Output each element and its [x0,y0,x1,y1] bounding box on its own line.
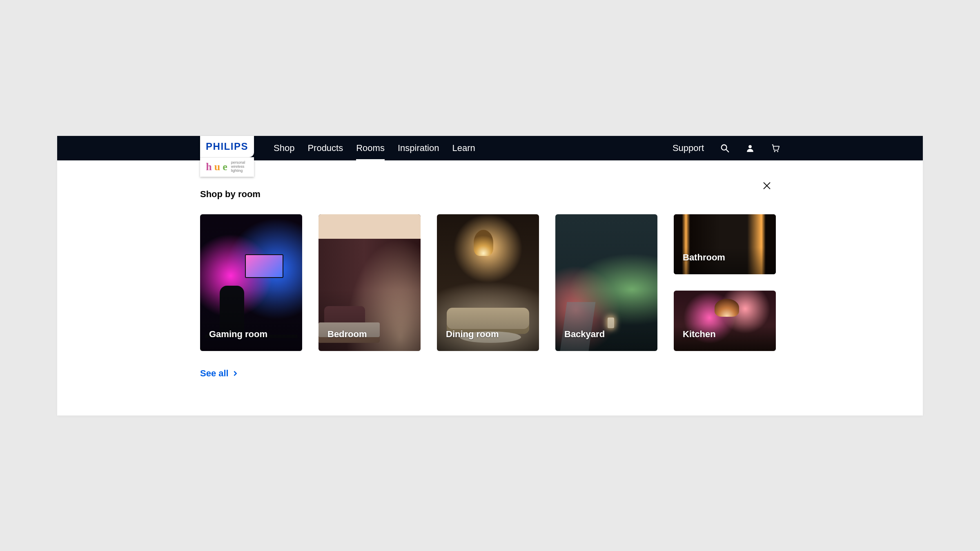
room-card-col5: Bathroom Kitchen [674,214,776,351]
rooms-dropdown-panel: Shop by room Gaming room Bedroom [57,160,923,415]
primary-nav: Shop Products Rooms Inspiration Learn [274,136,475,160]
room-card-dining[interactable]: Dining room [437,214,539,351]
hue-tagline: personal wireless lighting [231,161,248,173]
nav-rooms[interactable]: Rooms [356,136,385,160]
search-icon[interactable] [720,144,729,153]
see-all-link[interactable]: See all [200,368,238,379]
nav-inspiration[interactable]: Inspiration [398,136,439,160]
room-card-backyard[interactable]: Backyard [555,214,657,351]
room-card-bedroom[interactable]: Bedroom [318,214,421,351]
panel-title: Shop by room [200,189,780,200]
philips-text: PHILIPS [206,141,248,152]
svg-line-1 [726,149,728,152]
room-label: Bathroom [674,252,734,274]
svg-point-4 [777,151,778,152]
room-card-bathroom[interactable]: Bathroom [674,214,776,275]
brand-logo[interactable]: PHILIPS hue personal wireless lighting [200,136,254,177]
nav-products[interactable]: Products [307,136,343,160]
hue-e: e [223,161,227,173]
close-icon[interactable] [762,181,772,191]
hue-u: u [214,161,220,173]
room-card-gaming[interactable]: Gaming room [200,214,302,351]
cart-icon[interactable] [771,144,780,153]
svg-point-2 [748,145,752,148]
room-label: Backyard [555,329,614,351]
room-label: Kitchen [674,329,725,351]
nav-support[interactable]: Support [673,143,704,153]
nav-learn[interactable]: Learn [452,136,475,160]
hue-wordmark: hue personal wireless lighting [200,157,254,177]
room-label: Bedroom [318,329,376,351]
svg-point-3 [774,151,775,152]
see-all-label: See all [200,368,229,379]
hue-h: h [206,161,212,173]
philips-wordmark: PHILIPS [200,136,254,157]
room-card-kitchen[interactable]: Kitchen [674,291,776,351]
room-card-grid: Gaming room Bedroom Dining room [200,214,780,351]
account-icon[interactable] [746,144,755,153]
room-label: Dining room [437,329,508,351]
chevron-right-icon [233,371,238,376]
main-navbar: PHILIPS hue personal wireless lighting S… [57,136,923,160]
utility-nav: Support [673,143,780,153]
room-label: Gaming room [200,329,276,351]
nav-shop[interactable]: Shop [274,136,294,160]
app-window: PHILIPS hue personal wireless lighting S… [57,136,923,415]
